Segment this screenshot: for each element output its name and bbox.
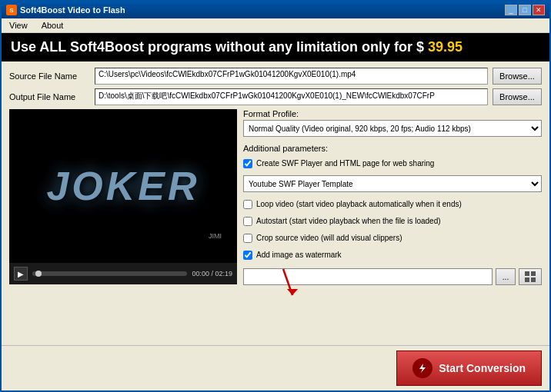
output-browse-button[interactable]: Browse... [493, 88, 542, 105]
menu-view[interactable]: View [6, 20, 31, 31]
promo-text: Use ALL Soft4Boost programs without any … [11, 39, 428, 55]
loop-video-row: Loop video (start video playback automat… [243, 199, 542, 209]
format-select[interactable]: Normal Quality (Video original, 920 kbps… [243, 120, 542, 137]
add-image-label: Add image as watermark [256, 250, 342, 260]
autostart-checkbox[interactable] [243, 217, 252, 226]
start-button-label: Start Conversion [439, 362, 526, 374]
close-button[interactable]: ✕ [533, 5, 545, 15]
promo-banner: Use ALL Soft4Boost programs without any … [2, 33, 549, 61]
start-button-icon [412, 358, 432, 378]
window-controls: _ □ ✕ [505, 5, 545, 15]
svg-rect-1 [531, 271, 536, 276]
template-select[interactable]: Youtube SWF Player Template [243, 175, 542, 192]
bottom-area: JOKER JIMI ▶ 00:00 / 02:19 Format Profil… [9, 109, 542, 339]
watermark-settings-button[interactable] [519, 268, 542, 285]
svg-marker-4 [419, 364, 426, 373]
svg-rect-2 [525, 277, 529, 282]
watermark-browse-button[interactable]: ... [496, 268, 516, 285]
crop-checkbox[interactable] [243, 234, 252, 243]
progress-track[interactable] [32, 271, 187, 276]
bottom-bar: Start Conversion [2, 345, 549, 390]
format-section: Format Profile: Normal Quality (Video or… [243, 109, 542, 137]
additional-params-label: Additional parameters: [243, 144, 542, 153]
main-content: Source File Name C:\Users\pc\Videos\fcCW… [2, 61, 549, 345]
watermark-input[interactable] [243, 268, 493, 285]
source-browse-button[interactable]: Browse... [493, 68, 542, 85]
menu-bar: View About [2, 18, 549, 33]
grid-icon [524, 271, 536, 283]
loop-video-label: Loop video (start video playback automat… [256, 199, 462, 209]
watermark-check-row: Add image as watermark [243, 250, 542, 260]
joker-overlay-text: JOKER [46, 163, 199, 209]
title-bar-left: S Soft4Boost Video to Flash [6, 5, 125, 15]
source-file-row: Source File Name C:\Users\pc\Videos\fcCW… [9, 68, 542, 85]
add-image-checkbox[interactable] [243, 251, 252, 260]
minimize-button[interactable]: _ [505, 5, 517, 15]
window-title: Soft4Boost Video to Flash [20, 5, 125, 15]
main-window: S Soft4Boost Video to Flash _ □ ✕ View A… [0, 0, 551, 392]
autostart-label: Autostart (start video playback when the… [256, 216, 441, 226]
flash-icon [417, 363, 428, 374]
create-swf-label: Create SWF Player and HTML page for web … [256, 158, 434, 168]
title-bar: S Soft4Boost Video to Flash _ □ ✕ [2, 2, 549, 18]
watermark-row: ... [243, 268, 542, 285]
time-display: 00:00 / 02:19 [192, 270, 232, 277]
preview-panel: JOKER JIMI ▶ 00:00 / 02:19 [9, 109, 237, 339]
video-controls: ▶ 00:00 / 02:19 [9, 263, 237, 284]
start-conversion-button[interactable]: Start Conversion [396, 350, 542, 386]
output-file-label: Output File Name [9, 92, 90, 101]
svg-rect-3 [531, 277, 536, 282]
video-preview: JOKER JIMI [9, 109, 237, 263]
create-swf-checkbox[interactable] [243, 159, 252, 168]
promo-price: 39.95 [428, 39, 463, 55]
svg-rect-0 [525, 271, 529, 276]
loop-video-checkbox[interactable] [243, 200, 252, 209]
output-file-row: Output File Name D:\tools\桌面\下载吧\fcCWlEk… [9, 88, 542, 105]
joker-subtitle: JIMI [209, 232, 222, 240]
autostart-row: Autostart (start video playback when the… [243, 216, 542, 226]
play-button[interactable]: ▶ [14, 267, 28, 281]
output-file-input[interactable]: D:\tools\桌面\下载吧\fcCWlEkdbx07CFrP1wGk0104… [95, 88, 488, 105]
source-file-label: Source File Name [9, 71, 90, 81]
right-panel: Format Profile: Normal Quality (Video or… [243, 109, 542, 339]
app-icon: S [6, 5, 17, 15]
crop-label: Crop source video (will add visual clipp… [256, 233, 402, 243]
create-swf-row: Create SWF Player and HTML page for web … [243, 158, 542, 168]
format-label: Format Profile: [243, 109, 542, 118]
source-file-input[interactable]: C:\Users\pc\Videos\fcCWlEkdbx07CFrP1wGk0… [95, 68, 488, 85]
maximize-button[interactable]: □ [519, 5, 531, 15]
menu-about[interactable]: About [38, 20, 67, 31]
crop-row: Crop source video (will add visual clipp… [243, 233, 542, 243]
progress-thumb [35, 271, 42, 277]
